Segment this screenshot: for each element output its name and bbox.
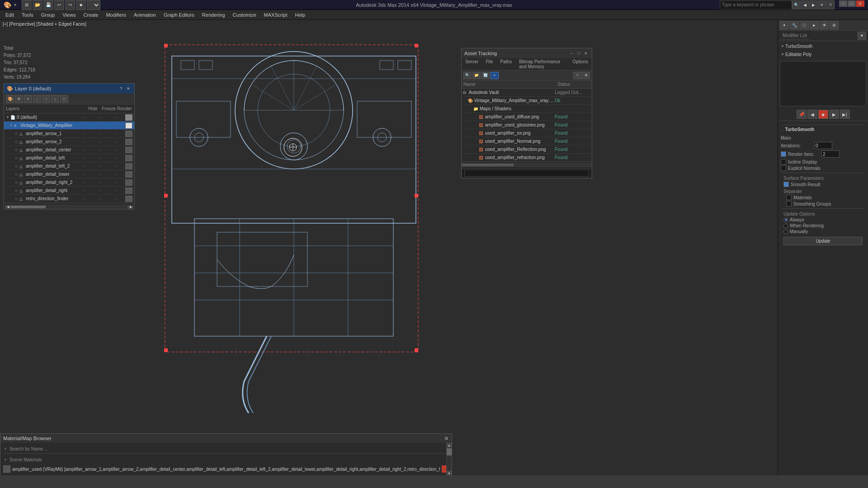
- render-toggle[interactable]: [125, 179, 132, 186]
- list-item[interactable]: 🖼 used_amplifier_Reflection.png Found: [462, 145, 592, 154]
- nav-center-btn[interactable]: ■: [818, 110, 828, 119]
- menu-edit[interactable]: Edit: [2, 11, 18, 19]
- layer-select-btn[interactable]: □: [60, 95, 68, 103]
- menu-modifiers[interactable]: Modifiers: [102, 11, 130, 19]
- workspace-dropdown[interactable]: Workspace: Default: [87, 0, 100, 10]
- modifier-item[interactable]: ▼ Editable Poly: [779, 50, 867, 58]
- asset-tracking-title-bar[interactable]: Asset Tracking – □ ✕: [462, 48, 592, 58]
- layer-scrollbar[interactable]: ◀ ▶: [4, 204, 134, 209]
- at-toolbar-btn2[interactable]: 📁: [472, 72, 481, 79]
- render-toggle[interactable]: [125, 188, 132, 194]
- list-item[interactable]: 🖼 used_amplifier_Normal.png Found: [462, 137, 592, 145]
- scroll-down-btn[interactable]: ▼: [447, 471, 452, 475]
- search-opt1-btn[interactable]: ◀: [801, 0, 809, 9]
- material-browser-close-btn[interactable]: ✕: [444, 435, 449, 442]
- menu-help[interactable]: Help: [292, 11, 309, 19]
- at-scrollbar[interactable]: [462, 162, 592, 167]
- ts-explicit-normals-checkbox[interactable]: [781, 165, 786, 171]
- at-help-btn[interactable]: ?: [573, 72, 581, 79]
- search-opt2-btn[interactable]: ▶: [809, 0, 817, 9]
- list-item[interactable]: ◇ △ amplifier_arrow_2 — — —: [4, 138, 134, 146]
- list-item[interactable]: 🖼 used_amplifier_ior.png Found: [462, 129, 592, 137]
- list-item[interactable]: ◇ △ amplifier_detail_left_2 — — —: [4, 162, 134, 170]
- menu-views[interactable]: Views: [59, 11, 79, 19]
- nav-end-btn[interactable]: ▶|: [840, 110, 850, 119]
- ts-materials-checkbox[interactable]: [786, 195, 792, 200]
- render-toggle[interactable]: [125, 122, 132, 129]
- radio-when-rendering-btn[interactable]: [783, 224, 788, 228]
- at-toolbar-btn4[interactable]: ≡: [491, 72, 499, 79]
- at-maximize-btn[interactable]: □: [576, 50, 582, 56]
- list-item[interactable]: 🏛 Autodesk Vault Logged Out...: [462, 89, 592, 97]
- new-btn[interactable]: ⊞: [22, 0, 32, 10]
- undo-btn[interactable]: ↩: [54, 0, 64, 10]
- save-btn[interactable]: 💾: [43, 0, 53, 10]
- at-settings-btn[interactable]: ⚙: [582, 72, 590, 79]
- list-item[interactable]: 🖼 amplifier_used_diffuse.png Found: [462, 113, 592, 121]
- material-browser-title[interactable]: Material/Map Browser ✕: [0, 434, 452, 443]
- render-toggle[interactable]: [125, 131, 132, 137]
- list-item[interactable]: 🖼 amplifier_used_glossines.png Found: [462, 121, 592, 129]
- list-item[interactable]: ◇ △ amplifier_detail_right_2 — — —: [4, 178, 134, 187]
- at-toolbar-btn1[interactable]: 🔍: [463, 72, 472, 79]
- at-menu-file[interactable]: File: [482, 58, 496, 70]
- at-menu-server[interactable]: Server: [462, 58, 482, 70]
- ts-smooth-result-checkbox[interactable]: [783, 182, 789, 187]
- list-item[interactable]: ▼ 📄 0 (default) — — —: [4, 113, 134, 122]
- update-btn[interactable]: Update: [783, 237, 863, 245]
- menu-rendering[interactable]: Rendering: [198, 11, 229, 19]
- scrollbar-track[interactable]: [10, 205, 128, 209]
- menu-customize[interactable]: Customize: [229, 11, 260, 19]
- list-item[interactable]: 🎨 Vintage_Military_Amplifier_max_vray.ma…: [462, 97, 592, 105]
- list-item[interactable]: ◇ △ amplifier_detail_right — — —: [4, 187, 134, 195]
- scroll-right-btn[interactable]: ▶: [128, 205, 133, 209]
- open-btn[interactable]: 📂: [33, 0, 42, 10]
- rp-modify-btn[interactable]: 🔧: [790, 21, 799, 29]
- modifier-item[interactable]: ▼ TurboSmooth: [779, 42, 867, 50]
- minimize-btn[interactable]: –: [839, 0, 847, 7]
- layer-panel-help-btn[interactable]: ?: [118, 85, 124, 92]
- scroll-left-btn[interactable]: ◀: [5, 205, 10, 209]
- list-item[interactable]: ◇ △ amplifier_detail_lower — — —: [4, 170, 134, 178]
- redo-btn[interactable]: ↪: [65, 0, 75, 10]
- search-go-btn[interactable]: 🔍: [792, 0, 800, 9]
- workspace-btn[interactable]: ■: [76, 0, 86, 10]
- list-item[interactable]: 📁 Maps / Shaders: [462, 105, 592, 113]
- render-toggle[interactable]: [125, 147, 132, 153]
- nav-right-btn[interactable]: ▶: [829, 110, 839, 119]
- nav-pin-btn[interactable]: 📌: [797, 110, 807, 119]
- layer-add-btn[interactable]: +: [24, 95, 32, 103]
- ts-render-iters-checkbox[interactable]: [781, 151, 786, 157]
- menu-tools[interactable]: Tools: [18, 11, 37, 19]
- search-by-name-area[interactable]: ▼ Search by Name ...: [3, 445, 449, 454]
- layer-down-btn[interactable]: ↓: [51, 95, 59, 103]
- at-path-input[interactable]: [464, 169, 589, 177]
- layer-panel-title-bar[interactable]: 🎨 Layer 0 (default) ? ✕: [4, 84, 134, 94]
- material-item[interactable]: amplifier_used (VRayMtl) [amplifier_arro…: [3, 465, 449, 474]
- list-item[interactable]: ◇ △ retro_direction_finder — — —: [4, 195, 134, 203]
- search-opt3-btn[interactable]: ✕: [818, 0, 826, 9]
- list-item[interactable]: ▼ ≡ Vintage_Military_Amplifier — — —: [4, 122, 134, 130]
- search-input[interactable]: [720, 0, 792, 9]
- menu-group[interactable]: Group: [38, 11, 59, 19]
- menu-create[interactable]: Create: [80, 11, 102, 19]
- layer-delete-btn[interactable]: ✕: [15, 95, 23, 103]
- list-item[interactable]: ◇ △ amplifier_detail_left — — —: [4, 154, 134, 162]
- scene-materials-header[interactable]: ▼ Scene Materials: [3, 455, 449, 464]
- render-toggle[interactable]: [125, 204, 132, 204]
- rp-create-btn[interactable]: ✦: [780, 21, 789, 29]
- render-toggle[interactable]: [125, 163, 132, 169]
- menu-animation[interactable]: Animation: [130, 11, 160, 19]
- scroll-up-btn[interactable]: ▲: [447, 443, 452, 447]
- radio-manually-btn[interactable]: [783, 230, 788, 234]
- rp-hierarchy-btn[interactable]: ⬡: [800, 21, 809, 29]
- at-scrollbar-track[interactable]: [462, 163, 592, 167]
- nav-left-btn[interactable]: ◀: [807, 110, 817, 119]
- close-btn[interactable]: ✕: [856, 0, 864, 7]
- ts-iterations-input[interactable]: [814, 142, 832, 149]
- rp-utilities-btn[interactable]: ⚙: [830, 21, 839, 29]
- viewport[interactable]: [+] [Perspective] [Shaded + Edged Faces]…: [0, 20, 778, 475]
- menu-graph-editors[interactable]: Graph Editors: [160, 11, 198, 19]
- render-toggle[interactable]: [125, 114, 132, 121]
- at-menu-paths[interactable]: Paths: [497, 58, 516, 70]
